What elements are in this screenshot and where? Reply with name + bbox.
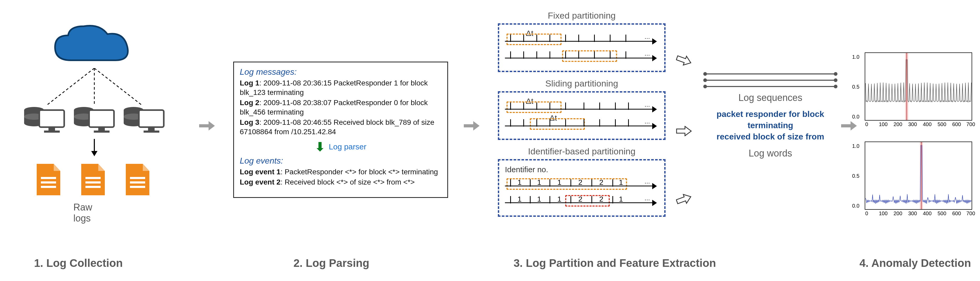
svg-rect-35	[199, 124, 209, 128]
log-messages-heading: Log messages:	[240, 67, 442, 77]
server-node-2	[73, 102, 115, 136]
sequence-line	[704, 86, 837, 87]
identifier-partitioning-title: Identifier-based partitioning	[493, 146, 671, 156]
log-file-icon-3	[123, 163, 152, 196]
log-file-icon-1	[34, 163, 63, 196]
svg-marker-40	[851, 121, 857, 131]
cloud-icon	[50, 21, 134, 73]
svg-rect-9	[44, 131, 60, 133]
event2: Log event 2: Received block <*> of size …	[240, 177, 442, 187]
svg-rect-33	[130, 181, 145, 184]
stage3-label: 3. Log Partition and Feature Extraction	[514, 257, 716, 270]
fixed-timeline-1: Δt …	[505, 32, 659, 45]
log-words-text: packet responder for block terminating r…	[702, 109, 838, 143]
svg-rect-15	[98, 127, 105, 131]
partition-container: Fixed partitioning Δt … … Sliding partit…	[493, 11, 671, 223]
svg-line-0	[47, 68, 94, 105]
anomaly-chart-1: 1.0 0.5 0.0 0 100 200 300 400 500 600 70…	[865, 53, 972, 121]
sliding-partitioning-title: Sliding partitioning	[493, 78, 671, 89]
raw-logs-label: Raw logs	[73, 202, 92, 224]
arrow-stage2-to-3	[464, 121, 479, 131]
log-words-label: Log words	[702, 148, 838, 159]
log-parser-arrow: ⬇ Log parser	[240, 140, 442, 154]
svg-marker-36	[208, 121, 215, 131]
anomaly-chart-2: 1.0 0.5 0.0 0 100 200 300 400 500 600 70…	[865, 142, 972, 210]
server-node-3	[123, 102, 165, 136]
sliding-timeline-1: Δt …	[505, 99, 659, 112]
log-parsing-box: Log messages: Log 1: 2009-11-08 20:36:15…	[233, 62, 448, 198]
ident-timeline-2: 1 1 1 2 2 1 …	[505, 193, 659, 206]
down-arrow-green-icon: ⬇	[315, 140, 325, 154]
svg-rect-21	[139, 110, 164, 127]
identifier-partitioning-box: Identifier no. 1 1 1 2 2 1 … 1 1 1 2 2 1…	[498, 159, 665, 217]
svg-rect-39	[841, 124, 851, 128]
down-arrow-icon	[89, 139, 100, 157]
log-sequences-label: Log sequences	[702, 92, 838, 103]
event1: Log event 1: PacketResponder <*> for blo…	[240, 167, 442, 177]
svg-marker-38	[473, 121, 479, 131]
stage1-label: 1. Log Collection	[34, 257, 123, 270]
log2: Log 2: 2009-11-08 20:38:07 PacketRespond…	[240, 98, 442, 117]
fixed-partitioning-title: Fixed partitioning	[493, 11, 671, 21]
svg-rect-26	[41, 177, 56, 179]
svg-rect-22	[148, 127, 154, 131]
log-events-heading: Log events:	[240, 156, 442, 166]
stage3-output: Log sequences packet responder for block…	[702, 68, 838, 164]
log-file-icon-2	[79, 163, 107, 196]
log-parser-label: Log parser	[329, 142, 366, 151]
svg-rect-23	[143, 131, 159, 133]
sequence-line	[704, 80, 837, 81]
fixed-partitioning-box: Δt … …	[498, 23, 665, 72]
sliding-timeline-2: Δt …	[505, 116, 659, 129]
arrow-stage3-to-4	[841, 121, 857, 131]
svg-rect-37	[464, 124, 474, 128]
svg-rect-27	[41, 181, 56, 184]
identifier-no-label: Identifier no.	[505, 165, 659, 174]
hollow-arrow-3	[676, 194, 692, 204]
stage4-label: 4. Anomaly Detection	[859, 257, 971, 270]
log1: Log 1: 2009-11-08 20:36:15 PacketRespond…	[240, 78, 442, 97]
svg-rect-14	[89, 110, 114, 127]
svg-rect-32	[130, 177, 145, 179]
arrow-stage1-to-2	[199, 121, 215, 131]
fixed-timeline-2: …	[505, 48, 659, 61]
sequence-line	[704, 73, 837, 75]
ident-timeline-1: 1 1 1 2 2 1 …	[505, 176, 659, 189]
svg-rect-34	[130, 186, 145, 188]
server-node-1	[24, 102, 65, 136]
hollow-arrow-1	[676, 55, 692, 65]
svg-marker-25	[91, 151, 97, 156]
svg-rect-29	[86, 177, 100, 179]
svg-rect-31	[86, 186, 100, 188]
svg-rect-30	[86, 181, 100, 184]
hollow-arrow-2	[676, 126, 692, 136]
svg-line-2	[94, 68, 142, 105]
svg-rect-8	[48, 127, 55, 131]
svg-rect-7	[39, 110, 64, 127]
stage2-label: 2. Log Parsing	[293, 257, 369, 270]
log3: Log 3: 2009-11-08 20:46:55 Received bloc…	[240, 118, 442, 137]
sliding-partitioning-box: Δt … Δt …	[498, 91, 665, 140]
svg-rect-16	[94, 131, 110, 133]
svg-rect-28	[41, 186, 56, 188]
